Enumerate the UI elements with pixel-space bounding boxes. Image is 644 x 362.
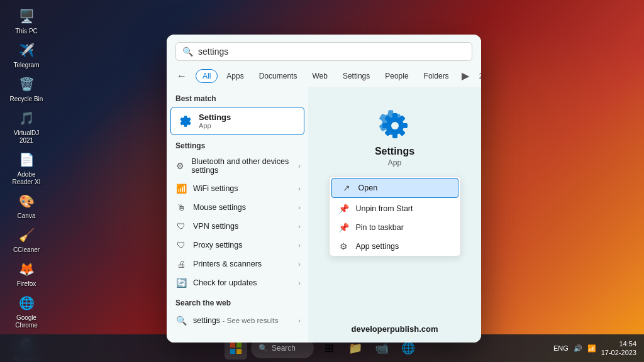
recycle-bin-label: Recycle Bin xyxy=(10,96,43,103)
settings-icon-small xyxy=(179,114,192,128)
file-explorer-icon: 📁 xyxy=(348,341,362,355)
vpn-label: VPN settings xyxy=(193,222,238,231)
left-panel: Best match Settings App Settings ⚙ Bluet… xyxy=(167,87,308,343)
vpn-chevron: › xyxy=(298,222,301,230)
settings-item-proxy[interactable]: 🛡 Proxy settings › xyxy=(167,236,308,255)
best-match-item[interactable]: Settings App xyxy=(170,107,304,135)
updates-label: Check for updates xyxy=(193,278,257,287)
open-icon: ↗ xyxy=(341,183,352,193)
vpn-left: 🛡 VPN settings xyxy=(175,221,238,231)
printers-icon: 🖨 xyxy=(175,259,187,269)
search-input-wrap[interactable]: 🔍 xyxy=(175,42,472,61)
canva-label: Canva xyxy=(18,212,36,220)
taskbar-right: ENG 🔊 📶 14:54 17-02-2023 xyxy=(553,339,636,358)
desktop-icon-this-pc[interactable]: 🖥️ This PC xyxy=(6,6,47,35)
recycle-bin-icon: 🗑️ xyxy=(16,74,36,94)
search-icon: 🔍 xyxy=(182,47,193,57)
this-pc-label: This PC xyxy=(15,28,38,35)
settings-item-wifi[interactable]: 📶 WiFi settings › xyxy=(167,179,308,198)
mouse-chevron: › xyxy=(298,204,301,211)
firefox-label: Firefox xyxy=(17,280,36,288)
svg-rect-13 xyxy=(230,343,235,348)
desktop-icons-container: 🖥️ This PC ✈️ Telegram 🗑️ Recycle Bin 🎵 … xyxy=(6,6,47,362)
play-more-button[interactable]: ▶ xyxy=(458,69,473,83)
best-match-text: Settings App xyxy=(199,112,231,129)
right-panel: Settings App ↗ Open 📌 Unpin from Start 📌… xyxy=(308,87,481,343)
tab-settings[interactable]: Settings xyxy=(336,70,376,82)
search-body: Best match Settings App Settings ⚙ Bluet… xyxy=(167,87,481,343)
context-pin-taskbar[interactable]: 📌 Pin to taskbar xyxy=(330,218,460,237)
context-app-settings[interactable]: ⚙ App settings xyxy=(330,237,460,256)
taskbar-search-icon: 🔍 xyxy=(258,344,268,353)
network-icon: 📶 xyxy=(587,344,596,353)
settings-item-vpn[interactable]: 🛡 VPN settings › xyxy=(167,217,308,236)
settings-item-printers[interactable]: 🖨 Printers & scanners › xyxy=(167,255,308,273)
task-view-icon: ⊞ xyxy=(325,341,334,355)
desktop-icon-telegram[interactable]: ✈️ Telegram xyxy=(6,40,47,69)
mouse-left: 🖱 Mouse settings xyxy=(175,202,246,212)
svg-rect-7 xyxy=(392,132,397,138)
web-search-label: Search the web xyxy=(167,292,308,311)
virtualdj-label: VirtualDJ 2021 xyxy=(6,129,47,145)
search-window: 🔍 ← All Apps Documents Web Settings Peop… xyxy=(167,35,481,343)
tab-folders[interactable]: Folders xyxy=(418,70,455,82)
settings-icon-large xyxy=(375,106,415,146)
adobe-label: Adobe Reader XI xyxy=(6,171,47,186)
ccleaner-label: CCleaner xyxy=(13,246,40,254)
tab-apps[interactable]: Apps xyxy=(220,70,250,82)
app-settings-label: App settings xyxy=(356,242,399,251)
open-label: Open xyxy=(358,184,378,192)
tab-web[interactable]: Web xyxy=(306,70,333,82)
desktop-icon-ccleaner[interactable]: 🧹 CCleaner xyxy=(6,225,47,254)
desktop-icon-firefox[interactable]: 🦊 Firefox xyxy=(6,259,47,288)
watermark: developerpublish.com xyxy=(352,324,438,334)
desktop-icon-adobe[interactable]: 📄 Adobe Reader XI xyxy=(6,150,47,186)
back-button[interactable]: ← xyxy=(173,69,191,83)
web-see-results: - See web results xyxy=(223,317,279,324)
printers-left: 🖨 Printers & scanners xyxy=(175,259,262,269)
web-search-text: settings - See web results xyxy=(193,316,278,325)
settings-item-updates[interactable]: 🔄 Check for updates › xyxy=(167,273,308,292)
canva-icon: 🎨 xyxy=(16,191,36,211)
svg-rect-3 xyxy=(392,113,397,119)
desktop-icon-canva[interactable]: 🎨 Canva xyxy=(6,191,47,220)
unpin-start-label: Unpin from Start xyxy=(356,204,413,213)
firefox-icon: 🦊 xyxy=(16,259,36,279)
this-pc-icon: 🖥️ xyxy=(16,6,36,26)
wifi-left: 📶 WiFi settings xyxy=(175,184,238,194)
settings-item-mouse[interactable]: 🖱 Mouse settings › xyxy=(167,198,308,217)
app-name-large: Settings xyxy=(375,146,414,157)
desktop-icon-chrome[interactable]: 🌐 Google Chrome xyxy=(6,293,47,329)
desktop-icon-virtualdj[interactable]: 🎵 VirtualDJ 2021 xyxy=(6,108,47,145)
tab-people[interactable]: People xyxy=(379,70,414,82)
context-menu: ↗ Open 📌 Unpin from Start 📌 Pin to taskb… xyxy=(329,176,461,256)
lang-label: ENG xyxy=(553,344,569,352)
mouse-icon: 🖱 xyxy=(175,202,187,212)
svg-rect-15 xyxy=(230,349,235,354)
virtualdj-icon: 🎵 xyxy=(16,108,36,128)
tab-documents[interactable]: Documents xyxy=(253,70,304,82)
desktop-icon-recycle-bin[interactable]: 🗑️ Recycle Bin xyxy=(6,74,47,103)
taskbar-time: 14:54 xyxy=(601,339,636,348)
settings-section-label: Settings xyxy=(167,135,308,153)
proxy-label: Proxy settings xyxy=(193,241,243,250)
pin-taskbar-icon: 📌 xyxy=(338,222,350,233)
ccleaner-icon: 🧹 xyxy=(16,225,36,245)
tab-all[interactable]: All xyxy=(196,69,218,83)
search-bar-container: 🔍 xyxy=(167,35,481,66)
updates-icon: 🔄 xyxy=(175,278,187,288)
context-open[interactable]: ↗ Open xyxy=(331,178,458,198)
taskbar-search-label: Search xyxy=(272,344,296,353)
settings-item-bluetooth[interactable]: ⚙ Bluetooth and other devices settings › xyxy=(167,153,308,179)
filter-tabs: ← All Apps Documents Web Settings People… xyxy=(167,66,481,87)
app-settings-icon: ⚙ xyxy=(338,241,350,251)
web-search-icon: 🔍 xyxy=(175,315,187,326)
wifi-label: WiFi settings xyxy=(193,184,238,193)
zoom-icon: 📹 xyxy=(375,341,389,355)
web-search-settings[interactable]: 🔍 settings - See web results › xyxy=(167,311,308,330)
bluetooth-icon: ⚙ xyxy=(175,161,185,171)
search-input[interactable] xyxy=(198,47,465,57)
tabs-count: 25 🎮 xyxy=(475,70,481,82)
pin-taskbar-label: Pin to taskbar xyxy=(356,223,404,232)
context-unpin-start[interactable]: 📌 Unpin from Start xyxy=(330,199,460,218)
